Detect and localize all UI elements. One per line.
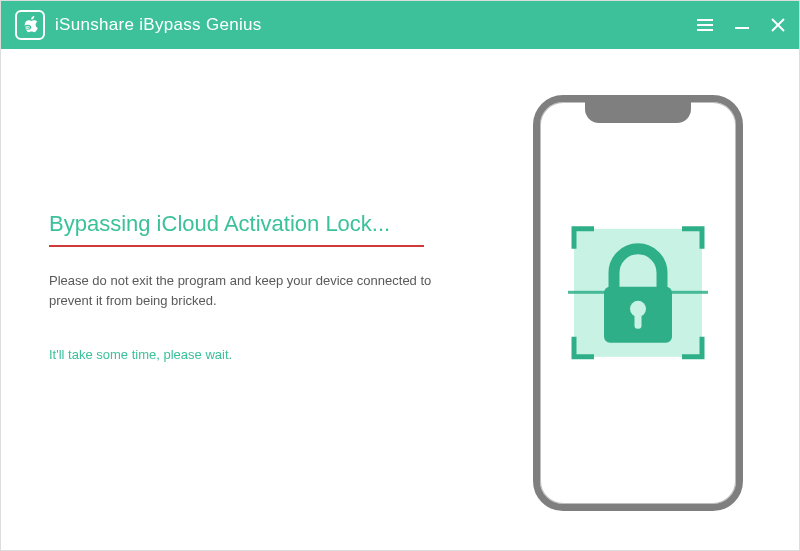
svg-rect-2	[697, 19, 713, 21]
heading-underline	[49, 245, 424, 247]
minimize-button[interactable]	[735, 18, 749, 32]
svg-rect-3	[697, 24, 713, 26]
status-heading: Bypassing iCloud Activation Lock...	[49, 211, 390, 237]
svg-text:ID: ID	[25, 25, 29, 30]
content-area: Bypassing iCloud Activation Lock... Plea…	[1, 49, 799, 550]
minimize-icon	[735, 18, 749, 32]
close-icon	[771, 18, 785, 32]
wait-message: It'll take some time, please wait.	[49, 347, 232, 362]
phone-illustration	[533, 95, 743, 511]
lock-scan-illustration	[558, 213, 718, 377]
menu-icon	[697, 19, 713, 31]
scan-line	[568, 291, 708, 294]
svg-rect-5	[735, 27, 749, 29]
svg-rect-10	[635, 313, 642, 329]
app-logo-icon: ID	[15, 10, 45, 40]
close-button[interactable]	[771, 18, 785, 32]
menu-button[interactable]	[697, 19, 713, 31]
svg-rect-4	[697, 29, 713, 31]
titlebar: ID iSunshare iBypass Genius	[1, 1, 799, 49]
status-description: Please do not exit the program and keep …	[49, 271, 449, 311]
app-title: iSunshare iBypass Genius	[55, 15, 262, 35]
phone-notch	[585, 101, 691, 123]
window-controls	[697, 18, 785, 32]
